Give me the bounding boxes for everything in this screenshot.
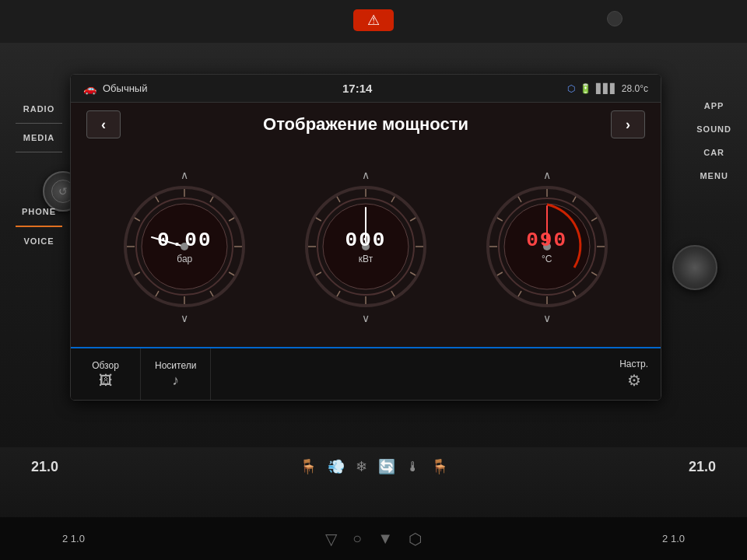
seat-heat-left-icon[interactable]: 🪑: [300, 458, 317, 475]
power-up-arrow: ∧: [362, 169, 370, 181]
phone-button[interactable]: PHONE: [16, 204, 62, 219]
status-left: 🚗 Обычный: [83, 82, 147, 95]
power-gauge-wrapper: ∧: [303, 169, 428, 324]
power-down-arrow: ∨: [362, 312, 370, 324]
tab-bar: Обзор 🖼 Носители ♪ Настр. ⚙: [71, 347, 661, 400]
pressure-up-arrow: ∧: [181, 169, 188, 181]
center-climate-icons: 🪑 💨 ❄ 🔄 🌡 🪑: [300, 458, 448, 475]
fan-icon[interactable]: 💨: [328, 458, 345, 475]
voice-button[interactable]: VOICE: [16, 233, 62, 249]
left-climate-zone: 21.0: [31, 459, 58, 475]
svg-line-12: [156, 197, 159, 202]
radio-button[interactable]: RADIO: [16, 101, 62, 117]
settings-icon: ⚙: [627, 371, 641, 390]
defrost-front-icon[interactable]: ⬡: [409, 530, 422, 548]
pressure-gauge: 0.00 бар: [122, 184, 247, 309]
hazard-icon[interactable]: ⚠: [367, 12, 380, 29]
tab-spacer: [211, 348, 607, 400]
right-temp-value: 21.0: [689, 459, 716, 475]
svg-line-40: [573, 291, 576, 296]
power-unit: кВт: [359, 253, 373, 264]
svg-line-23: [391, 291, 395, 296]
right-knob[interactable]: [672, 245, 717, 290]
screen-content: 🚗 Обычный 17:14 ⬡ 🔋 ▋▋▋ 28.0°с ‹ Отображ…: [71, 75, 661, 400]
bottom-area: 21.0 🪑 💨 ❄ 🔄 🌡 🪑 21.0 2 1.0 ▽ ○ ▼ ⬡ 2 1.…: [0, 447, 747, 560]
temp-up-arrow: ∧: [543, 169, 551, 181]
prev-button[interactable]: ‹: [86, 110, 121, 138]
seat-heat-right-icon[interactable]: 🪑: [431, 458, 448, 475]
menu-button[interactable]: MENU: [700, 171, 728, 180]
svg-line-39: [591, 272, 597, 275]
recirculate-icon[interactable]: 🔄: [378, 458, 395, 475]
svg-line-43: [497, 272, 503, 275]
right-temp-small: 2 1.0: [662, 533, 685, 544]
temp-value: 090: [526, 229, 567, 252]
pressure-down-arrow: ∨: [181, 312, 188, 324]
ac-icon[interactable]: ❄: [356, 458, 367, 475]
infotainment-screen: 🚗 Обычный 17:14 ⬡ 🔋 ▋▋▋ 28.0°с ‹ Отображ…: [70, 74, 661, 401]
left-knob-space: [16, 159, 62, 198]
profile-label: Обычный: [103, 82, 147, 94]
svg-line-9: [135, 272, 140, 275]
next-button[interactable]: ›: [611, 110, 645, 138]
top-vent-area: ⚠: [0, 0, 747, 43]
svg-line-37: [591, 218, 597, 221]
car-status-icon: 🚗: [83, 82, 96, 95]
svg-line-22: [410, 272, 416, 275]
power-gauge-center: 000 кВт: [345, 229, 387, 264]
svg-line-29: [337, 197, 340, 202]
svg-line-45: [497, 218, 503, 221]
pressure-gauge-center: 0.00 бар: [157, 229, 212, 264]
main-content: ‹ Отображение мощности › ∧: [71, 103, 661, 400]
bottom-strip: 2 1.0 ▽ ○ ▼ ⬡ 2 1.0: [0, 517, 747, 560]
title-bar: ‹ Отображение мощности ›: [71, 103, 661, 146]
gauges-area: ∧: [71, 146, 661, 347]
svg-line-2: [210, 197, 213, 202]
right-temp-display: 2 1.0: [662, 533, 685, 544]
media-tab[interactable]: Носители ♪: [141, 348, 211, 400]
svg-line-36: [573, 197, 576, 202]
svg-line-26: [316, 272, 321, 275]
orange-divider: [16, 226, 62, 227]
svg-line-3: [229, 218, 234, 221]
svg-line-20: [410, 218, 416, 221]
rear-defrost-icon[interactable]: 🌡: [406, 459, 420, 475]
sound-button[interactable]: SOUND: [696, 124, 731, 134]
overview-tab-label: Обзор: [92, 360, 119, 371]
climate-controls: 21.0 🪑 💨 ❄ 🔄 🌡 🪑 21.0: [0, 447, 747, 475]
clock-display: 17:14: [342, 82, 372, 95]
temp-gauge: 090 °С: [485, 184, 609, 309]
svg-line-5: [229, 272, 234, 275]
svg-line-28: [316, 218, 321, 221]
vent-face-icon[interactable]: ○: [352, 530, 362, 548]
vent-feet-icon[interactable]: ▼: [377, 530, 393, 548]
pressure-gauge-wrapper: ∧: [122, 169, 247, 324]
media-tab-icon: ♪: [172, 373, 179, 389]
vent-down-icon[interactable]: ▽: [325, 530, 337, 548]
media-button[interactable]: MEDIA: [16, 130, 62, 145]
svg-line-19: [391, 197, 395, 202]
media-tab-label: Носители: [155, 360, 196, 371]
power-value: 000: [345, 229, 387, 252]
svg-line-42: [518, 291, 521, 296]
side-buttons-right: APP SOUND CAR MENU: [696, 101, 731, 180]
car-button[interactable]: CAR: [703, 148, 724, 157]
app-button[interactable]: APP: [704, 101, 724, 110]
settings-tab[interactable]: Настр. ⚙: [607, 348, 661, 400]
bluetooth-icon: ⬡: [567, 83, 575, 94]
status-bar: 🚗 Обычный 17:14 ⬡ 🔋 ▋▋▋ 28.0°с: [71, 75, 661, 103]
overview-tab-icon: 🖼: [99, 373, 113, 389]
left-temp-display: 2 1.0: [62, 533, 85, 544]
side-buttons-left: RADIO MEDIA PHONE VOICE: [16, 101, 62, 249]
overview-tab[interactable]: Обзор 🖼: [71, 348, 141, 400]
page-title: Отображение мощности: [263, 114, 468, 135]
right-climate-zone: 21.0: [689, 459, 716, 475]
temp-unit: °С: [542, 253, 552, 264]
divider-1: [16, 123, 62, 124]
left-temp-small: 2 1.0: [62, 533, 85, 544]
svg-line-8: [156, 291, 159, 296]
status-right: ⬡ 🔋 ▋▋▋ 28.0°с: [567, 83, 648, 94]
divider-2: [16, 152, 62, 152]
battery-icon: 🔋: [580, 83, 591, 94]
settings-label: Настр.: [619, 359, 648, 369]
